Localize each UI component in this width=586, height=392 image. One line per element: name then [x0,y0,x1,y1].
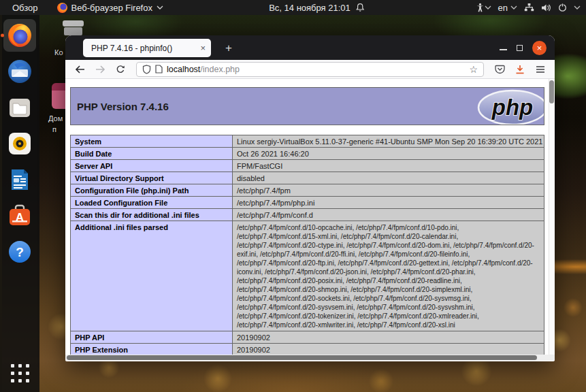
dock-item-rhythmbox[interactable] [3,127,36,160]
chevron-down-icon [510,5,517,10]
url-bar[interactable]: localhost/index.php ☆ [136,62,484,77]
browser-toolbar: localhost/index.php ☆ [65,60,555,79]
url-path: /index.php [200,65,240,74]
page-info-icon[interactable] [155,65,163,74]
url-host: localhost [167,65,200,74]
row-value: Oct 26 2021 16:46:20 [233,148,544,159]
new-tab-button[interactable]: + [221,40,237,56]
volume-icon[interactable] [541,3,551,12]
home-icon-label-line1: Дом [48,114,63,122]
firefox-app-icon [57,3,67,13]
row-value: /etc/php/7.4/fpm [233,184,544,196]
activities-button[interactable]: Обзор [8,3,42,13]
tab-close-button[interactable]: × [195,43,206,53]
thunderbird-icon [6,58,33,85]
window-titlebar[interactable]: PHP 7.4.16 - phpinfo() × + × [65,35,555,60]
forward-button[interactable] [93,62,108,77]
wired-network-icon [524,3,534,12]
horizontal-scrollbar[interactable] [65,355,555,361]
row-label: Server API [71,160,233,172]
shield-permissions-icon[interactable] [142,65,151,74]
table-row: Scan this dir for additional .ini files … [71,209,544,221]
ubuntu-dock: A ? [0,15,39,392]
bookmark-star-icon[interactable]: ☆ [469,64,478,75]
trash-icon-label: Ко [54,48,63,56]
horizontal-scrollbar-thumb[interactable] [67,355,537,360]
downloads-button[interactable] [512,62,527,77]
gnome-top-bar: Обзор Веб-браузер Firefox Вс, 14 ноября … [0,0,586,15]
phpinfo-page: PHP Version 7.4.16 php System Linux serg… [70,87,544,361]
dock-item-libreoffice-writer[interactable] [3,163,36,196]
phpinfo-table: System Linux sergiy-VirtualBox 5.11.0-37… [70,135,544,361]
row-value: Linux sergiy-VirtualBox 5.11.0-37-generi… [233,135,544,147]
dock-item-thunderbird[interactable] [3,55,36,88]
focused-app-title: Веб-браузер Firefox [71,3,152,13]
speaker-icon [541,3,551,12]
pocket-button[interactable] [492,62,507,77]
back-button[interactable] [72,62,87,77]
notification-bell-icon [356,3,365,12]
row-value: /etc/php/7.4/fpm/php.ini [233,197,544,208]
row-label: System [71,135,233,147]
system-status-menu[interactable] [524,3,534,12]
clock-menu[interactable]: Вс, 14 ноября 21:01 [269,3,365,13]
table-row: Configuration File (php.ini) Path /etc/p… [71,184,544,197]
row-value: /etc/php/7.4/fpm/conf.d [233,209,544,220]
vertical-scrollbar-thumb[interactable] [549,80,554,103]
vertical-scrollbar[interactable] [549,79,555,355]
table-row: System Linux sergiy-VirtualBox 5.11.0-37… [71,135,544,148]
row-label: PHP Extension [71,344,233,355]
help-icon-glyph: ? [16,245,24,259]
row-label: Loaded Configuration File [71,197,233,208]
help-icon: ? [7,239,33,265]
php-logo: php [477,89,544,125]
table-row: Server API FPM/FastCGI [71,160,544,172]
chevron-down-icon [574,5,581,10]
row-label: Configuration File (php.ini) Path [71,184,233,196]
browser-tab[interactable]: PHP 7.4.16 - phpinfo() × [83,39,211,57]
table-row: Loaded Configuration File /etc/php/7.4/f… [71,197,544,209]
rhythmbox-icon [6,130,33,157]
focused-app-menu[interactable]: Веб-браузер Firefox [57,3,163,13]
maximize-button[interactable] [517,45,523,51]
phpinfo-header: PHP Version 7.4.16 php [70,87,544,125]
row-value: FPM/FastCGI [233,160,544,172]
dock-item-ubuntu-software[interactable]: A [3,199,36,232]
dock-item-files[interactable] [3,91,36,124]
table-row: Additional .ini files parsed /etc/php/7.… [71,221,544,331]
accessibility-menu[interactable] [476,3,491,12]
url-text[interactable]: localhost/index.php [167,65,465,74]
row-value: disabled [233,172,544,184]
minimize-button[interactable] [500,49,507,50]
power-menu[interactable] [558,3,567,12]
home-icon-label-line2: п [52,125,56,133]
table-row: PHP API 20190902 [71,331,544,344]
menu-button[interactable] [533,62,548,77]
reload-button[interactable] [113,62,128,77]
accessibility-person-icon [476,3,485,12]
row-label: PHP API [71,331,233,343]
keyboard-layout-menu[interactable]: en [498,3,517,13]
table-row: Build Date Oct 26 2021 16:46:20 [71,148,544,160]
page-title: PHP Version 7.4.16 [77,101,169,112]
tab-title: PHP 7.4.16 - phpinfo() [91,44,195,53]
row-label: Additional .ini files parsed [71,221,233,331]
page-content: PHP Version 7.4.16 php System Linux serg… [65,79,555,361]
clock-label: Вс, 14 ноября 21:01 [269,3,351,13]
dock-item-firefox[interactable] [3,19,36,52]
dock-item-help[interactable]: ? [3,235,36,268]
firefox-window: PHP 7.4.16 - phpinfo() × + × [65,35,555,361]
close-button[interactable]: × [532,41,547,55]
row-value: /etc/php/7.4/fpm/conf.d/10-opcache.ini, … [233,221,544,331]
ubuntu-software-icon: A [6,202,33,229]
libreoffice-writer-icon [6,166,33,193]
app-grid-icon [11,364,29,382]
trash-desktop-icon-body[interactable] [64,27,82,35]
chevron-down-icon [157,5,163,10]
show-applications-button[interactable] [3,359,36,387]
trash-desktop-icon[interactable] [63,20,84,27]
php-logo-text: php [491,95,533,120]
running-indicator-dot [1,34,4,37]
firefox-icon [6,22,33,49]
files-folder-icon [6,94,33,121]
